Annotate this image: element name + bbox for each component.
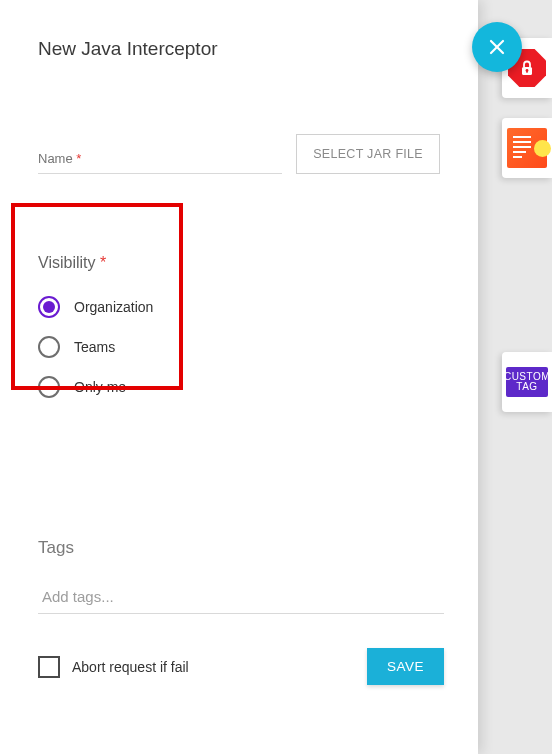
visibility-title: Visibility * (38, 254, 440, 272)
interceptor-panel: New Java Interceptor Name * SELECT JAR F… (0, 0, 478, 754)
abort-if-fail-checkbox[interactable]: Abort request if fail (38, 656, 189, 678)
name-field[interactable]: Name * (38, 149, 282, 174)
radio-label: Teams (74, 339, 115, 355)
radio-label: Only me (74, 379, 126, 395)
side-widget-custom-tag[interactable]: CUSTOM TAG (502, 352, 552, 412)
visibility-section: Visibility * Organization Teams Only me (38, 254, 440, 398)
visibility-option-teams[interactable]: Teams (38, 336, 440, 358)
checkbox-label: Abort request if fail (72, 659, 189, 675)
select-jar-button[interactable]: SELECT JAR FILE (296, 134, 440, 174)
close-button[interactable] (472, 22, 522, 72)
custom-tag-icon: CUSTOM TAG (506, 367, 548, 397)
tags-input[interactable] (38, 580, 444, 614)
tags-section: Tags (38, 538, 444, 614)
radio-label: Organization (74, 299, 153, 315)
radio-icon (38, 296, 60, 318)
checkbox-icon (38, 656, 60, 678)
svg-rect-4 (526, 71, 527, 73)
save-button[interactable]: SAVE (367, 648, 444, 685)
bulb-icon (534, 140, 551, 157)
visibility-option-only-me[interactable]: Only me (38, 376, 440, 398)
name-label: Name * (38, 151, 81, 166)
notes-icon (507, 128, 547, 168)
required-marker: * (76, 151, 81, 166)
panel-title: New Java Interceptor (38, 38, 440, 60)
radio-icon (38, 336, 60, 358)
visibility-option-organization[interactable]: Organization (38, 296, 440, 318)
radio-icon (38, 376, 60, 398)
side-widget-notes[interactable] (502, 118, 552, 178)
name-input-underline (38, 173, 282, 174)
close-icon (487, 37, 507, 57)
tags-title: Tags (38, 538, 444, 558)
required-marker: * (100, 254, 106, 271)
